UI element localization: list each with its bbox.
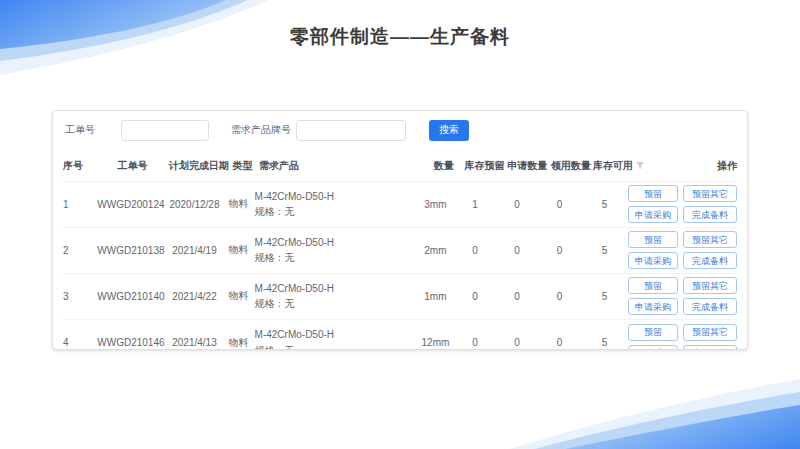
complete-prep-button[interactable]: 完成备料 [683, 252, 737, 269]
cell-qty: 12mm [417, 337, 454, 348]
cell-type: 物料 [222, 336, 254, 350]
cell-product: M-42CrMo-D50-H规格：无 [255, 327, 417, 350]
cell-qty: 2mm [417, 245, 454, 256]
cell-applied: 0 [496, 245, 538, 256]
header-reserved: 库存预留 [463, 159, 506, 173]
cell-seq: 1 [63, 199, 95, 210]
complete-prep-button[interactable]: 完成备料 [683, 345, 737, 351]
header-seq: 序号 [63, 159, 96, 173]
header-used: 领用数量 [549, 159, 593, 173]
table-row: 2 WWGD210138 2021/4/19 物料 M-42CrMo-D50-H… [63, 228, 737, 274]
cell-seq: 2 [63, 245, 95, 256]
cell-product: M-42CrMo-D50-H规格：无 [255, 235, 417, 266]
cell-order-no: WWGD200124 [95, 199, 166, 210]
cell-qty: 3mm [417, 199, 454, 210]
cell-reserved: 1 [454, 199, 496, 210]
cell-type: 物料 [222, 197, 254, 211]
cell-applied: 0 [496, 199, 538, 210]
cell-available: 5 [581, 291, 628, 302]
row-actions: 预留 预留其它 申请采购 完成备料 [628, 231, 737, 269]
reserve-other-button[interactable]: 预留其它 [683, 185, 737, 202]
reserve-other-button[interactable]: 预留其它 [683, 231, 737, 248]
product-grade-input[interactable] [296, 120, 406, 141]
header-action: 操作 [641, 159, 737, 173]
cell-used: 0 [538, 291, 581, 302]
row-actions: 预留 预留其它 申请采购 完成备料 [628, 185, 737, 223]
cell-plan-date: 2021/4/22 [167, 291, 223, 302]
table-header-row: 序号 工单号 计划完成日期 类型 需求产品 数量 库存预留 申请数量 领用数量 … [63, 152, 737, 182]
order-no-input[interactable] [121, 120, 209, 141]
cell-seq: 3 [63, 291, 95, 302]
reserve-button[interactable]: 预留 [628, 277, 678, 294]
cell-product: M-42CrMo-D50-H规格：无 [255, 189, 417, 220]
cell-applied: 0 [496, 291, 538, 302]
header-available: 库存可用 [593, 159, 641, 173]
apply-purchase-button[interactable]: 申请采购 [628, 298, 678, 315]
cell-plan-date: 2021/4/19 [167, 245, 223, 256]
complete-prep-button[interactable]: 完成备料 [683, 206, 737, 223]
reserve-button[interactable]: 预留 [628, 185, 678, 202]
cell-plan-date: 2021/4/13 [167, 337, 223, 348]
cell-type: 物料 [222, 289, 254, 303]
cell-applied: 0 [496, 337, 538, 348]
header-type: 类型 [226, 159, 259, 173]
cell-reserved: 0 [454, 337, 496, 348]
cell-qty: 1mm [417, 291, 454, 302]
material-prep-panel: 工单号 需求产品牌号 搜索 序号 工单号 计划完成日期 类型 需求产品 数量 库… [52, 110, 748, 350]
cell-available: 5 [581, 245, 628, 256]
cell-reserved: 0 [454, 245, 496, 256]
search-button[interactable]: 搜索 [429, 120, 469, 141]
cell-order-no: WWGD210146 [95, 337, 166, 348]
cell-seq: 4 [63, 337, 95, 348]
cell-type: 物料 [222, 243, 254, 257]
cell-plan-date: 2020/12/28 [167, 199, 223, 210]
cell-available: 5 [581, 199, 628, 210]
complete-prep-button[interactable]: 完成备料 [683, 298, 737, 315]
reserve-button[interactable]: 预留 [628, 231, 678, 248]
search-bar: 工单号 需求产品牌号 搜索 [63, 118, 737, 142]
bottom-right-wave-decoration [510, 379, 800, 449]
table-row: 1 WWGD200124 2020/12/28 物料 M-42CrMo-D50-… [63, 182, 737, 228]
reserve-other-button[interactable]: 预留其它 [683, 324, 737, 341]
header-qty: 数量 [425, 159, 463, 173]
header-product: 需求产品 [259, 158, 425, 174]
product-grade-label: 需求产品牌号 [231, 123, 291, 137]
cell-order-no: WWGD210140 [95, 291, 166, 302]
apply-purchase-button[interactable]: 申请采购 [628, 345, 678, 351]
cell-product: M-42CrMo-D50-H规格：无 [255, 281, 417, 312]
cell-reserved: 0 [454, 291, 496, 302]
reserve-button[interactable]: 预留 [628, 324, 678, 341]
order-no-label: 工单号 [65, 123, 95, 137]
reserve-other-button[interactable]: 预留其它 [683, 277, 737, 294]
cell-available: 5 [581, 337, 628, 348]
table-row: 3 WWGD210140 2021/4/22 物料 M-42CrMo-D50-H… [63, 274, 737, 320]
page-title: 零部件制造——生产备料 [0, 24, 800, 50]
header-order-no: 工单号 [96, 159, 169, 173]
apply-purchase-button[interactable]: 申请采购 [628, 252, 678, 269]
table-row: 4 WWGD210146 2021/4/13 物料 M-42CrMo-D50-H… [63, 320, 737, 351]
header-plan-date: 计划完成日期 [169, 159, 226, 173]
cell-used: 0 [538, 245, 581, 256]
header-applied: 申请数量 [506, 159, 549, 173]
apply-purchase-button[interactable]: 申请采购 [628, 206, 678, 223]
row-actions: 预留 预留其它 申请采购 完成备料 [628, 277, 737, 315]
cell-used: 0 [538, 337, 581, 348]
cell-order-no: WWGD210138 [95, 245, 166, 256]
row-actions: 预留 预留其它 申请采购 完成备料 [628, 324, 737, 351]
cell-used: 0 [538, 199, 581, 210]
page: 零部件制造——生产备料 工单号 需求产品牌号 搜索 序号 工单号 计划完成日期 … [0, 0, 800, 449]
